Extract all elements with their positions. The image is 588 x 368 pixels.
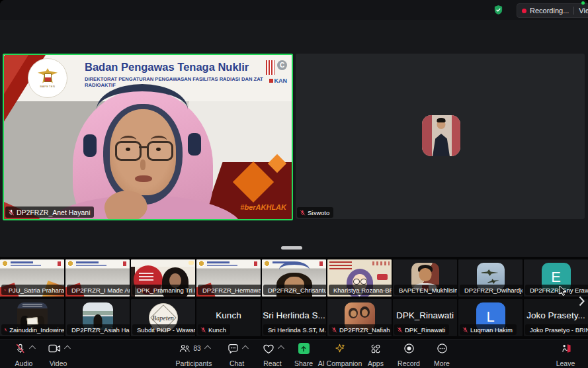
audio-button[interactable]: Audio bbox=[7, 342, 41, 367]
scene-shape bbox=[329, 261, 352, 270]
zoom-meeting-window: Recording... View #berAKHLAK bbox=[0, 0, 588, 368]
more-button[interactable]: More bbox=[427, 342, 456, 367]
participant-name: DP2FRZR_Hermawan... bbox=[202, 287, 261, 294]
scene-shape bbox=[319, 261, 323, 266]
gallery-tile[interactable]: E DP2FRZR_Eny Erawati bbox=[524, 259, 588, 297]
participant-name-pill: Kunch bbox=[198, 324, 230, 335]
gallery-tile[interactable]: DP2FRZR_Nafiah bbox=[327, 299, 392, 336]
camera-icon bbox=[48, 344, 61, 353]
gallery-tile[interactable]: DP2FRZR_Asiah Has... bbox=[65, 299, 130, 336]
participant-name-pill: Siswoto bbox=[297, 207, 333, 218]
mic-muted-icon bbox=[200, 327, 206, 333]
view-button[interactable]: View bbox=[579, 7, 588, 15]
gallery-strip: PJU_Satria Prahara DP2FRZR_I Made Ard...… bbox=[0, 257, 588, 339]
gallery-tile[interactable]: PJU_Satria Prahara bbox=[0, 259, 64, 297]
gallery-tile[interactable]: DP2FRZR_Hermawan... bbox=[196, 259, 261, 297]
mic-muted-icon bbox=[15, 343, 26, 354]
gallery-tile[interactable]: Sri Herlinda S... Sri Herlinda S.ST, M.S… bbox=[262, 299, 326, 336]
record-button[interactable]: Record bbox=[393, 342, 425, 367]
gallery-tile[interactable]: DPK_Rinawati DPK_Rinawati bbox=[393, 299, 457, 336]
gallery-tile[interactable]: DPK_Pramaning Tri H... bbox=[131, 259, 195, 297]
scene-shape bbox=[2, 261, 8, 267]
react-label: React bbox=[263, 359, 281, 367]
scene-shape bbox=[452, 115, 460, 156]
participant-name-pill: DPK_Pramaning Tri H... bbox=[132, 285, 195, 295]
scene-shape bbox=[11, 265, 41, 266]
chevron-up-icon[interactable] bbox=[204, 345, 211, 352]
react-button[interactable]: React bbox=[257, 342, 288, 367]
participant-name-pill: DP2FRZR_Chrisantus... bbox=[263, 285, 326, 295]
aircraft-shape bbox=[482, 269, 499, 276]
display-name: Kunch bbox=[196, 310, 261, 320]
participant-name-pill: DP2FRZR_Eny Erawati bbox=[525, 285, 588, 295]
participant-name: Subdit PKIP - Wawan... bbox=[137, 326, 195, 334]
ai-companion-button[interactable]: AI Companion bbox=[320, 342, 360, 367]
gallery-tile[interactable]: DP2FRZR_Dwihardjo... bbox=[458, 259, 523, 297]
participant-name-pill: DP2FRZR_Asiah Has... bbox=[67, 324, 130, 335]
top-bar: Recording... View bbox=[0, 0, 588, 20]
mic-muted-icon bbox=[331, 327, 337, 333]
active-speaker-tile[interactable]: #berAKHLAK BAPETEN Badan Pengawas Tenaga… bbox=[3, 54, 293, 220]
gallery-tile[interactable]: Zainuddin_Indowire bbox=[0, 299, 64, 336]
scene-shape bbox=[44, 73, 52, 82]
participant-name: BAPETEN_Mukhlisin bbox=[399, 287, 457, 294]
scene-shape bbox=[198, 261, 204, 267]
video-button[interactable]: Video bbox=[41, 342, 75, 367]
security-shield-icon[interactable] bbox=[493, 5, 503, 15]
share-label: Share bbox=[294, 359, 313, 367]
gallery-row-1: PJU_Satria Prahara DP2FRZR_I Made Ard...… bbox=[0, 259, 588, 297]
participant-name-pill: DP2FRZR_I Made Ard... bbox=[67, 285, 130, 295]
chevron-up-icon[interactable] bbox=[28, 345, 35, 352]
gallery-tile[interactable]: DP2FRZR_I Made Ard... bbox=[65, 259, 130, 297]
apps-button[interactable]: Apps bbox=[362, 342, 389, 367]
gallery-tile[interactable]: L Luqman Hakim bbox=[458, 299, 523, 336]
scene-shape bbox=[76, 261, 99, 263]
gallery-tile[interactable]: Bapeten Subdit PKIP - Wawan... bbox=[131, 299, 195, 336]
chat-button[interactable]: Chat bbox=[221, 342, 253, 367]
chevron-up-icon[interactable] bbox=[278, 345, 284, 352]
apps-icon bbox=[370, 344, 381, 354]
participant-name: Joko Prasetyo - BRIN bbox=[530, 326, 588, 334]
display-name: DPK_Rinawati bbox=[393, 310, 457, 320]
scene-shape bbox=[254, 261, 257, 266]
share-button[interactable]: Share bbox=[290, 342, 317, 367]
gallery-tile[interactable]: Kunch Kunch bbox=[196, 299, 261, 336]
participant-name-pill: PJU_Satria Prahara bbox=[1, 285, 64, 295]
gallery-next-page-button[interactable] bbox=[579, 296, 585, 306]
more-label: More bbox=[434, 359, 450, 367]
scene-shape bbox=[264, 261, 270, 267]
more-icon bbox=[437, 343, 448, 354]
scene-shape bbox=[11, 261, 33, 263]
scene-shape bbox=[67, 261, 73, 267]
participant-name: DP2FRZR_Chrisantus... bbox=[268, 287, 326, 294]
accreditation-stripes-icon bbox=[266, 60, 274, 75]
chevron-up-icon[interactable] bbox=[241, 345, 248, 352]
sparkle-icon bbox=[335, 343, 346, 354]
mic-muted-icon bbox=[4, 287, 7, 293]
banner-title: Badan Pengawas Tenaga Nuklir bbox=[85, 61, 249, 73]
leave-label: Leave bbox=[556, 359, 575, 367]
video-label: Video bbox=[50, 359, 67, 367]
participants-count-badge: 83 bbox=[193, 345, 200, 352]
participant-name: DPK_Pramaning Tri H... bbox=[137, 287, 195, 294]
mouse-cursor bbox=[559, 285, 567, 297]
scene-shape bbox=[139, 273, 153, 282]
recording-status: Recording... bbox=[530, 7, 569, 15]
scene-shape bbox=[437, 118, 446, 122]
gallery-tile[interactable]: DP2FRZR_Chrisantus... bbox=[262, 259, 326, 297]
participant-name: PJU_Satria Prahara bbox=[9, 287, 64, 294]
gallery-tile[interactable]: Kharistya Rozana-BRIN bbox=[327, 259, 392, 297]
gallery-resize-handle[interactable] bbox=[281, 246, 302, 250]
leave-button[interactable]: Leave bbox=[548, 342, 583, 367]
participants-button[interactable]: 83 Participants bbox=[172, 342, 216, 367]
chevron-up-icon[interactable] bbox=[63, 345, 70, 352]
scene-shape bbox=[22, 304, 42, 307]
participant-name: DP2FRZR_Anet Hayani bbox=[17, 208, 90, 216]
gallery-tile[interactable]: BAPETEN_Mukhlisin bbox=[393, 259, 457, 297]
scene-shape bbox=[377, 274, 388, 280]
participant-name-pill: DP2FRZR_Nafiah bbox=[329, 324, 392, 335]
cert-circle-icon: C bbox=[277, 60, 287, 70]
avatar bbox=[422, 115, 460, 156]
participant-tile-siswoto[interactable]: Siswoto bbox=[296, 54, 585, 219]
divider bbox=[573, 7, 574, 15]
